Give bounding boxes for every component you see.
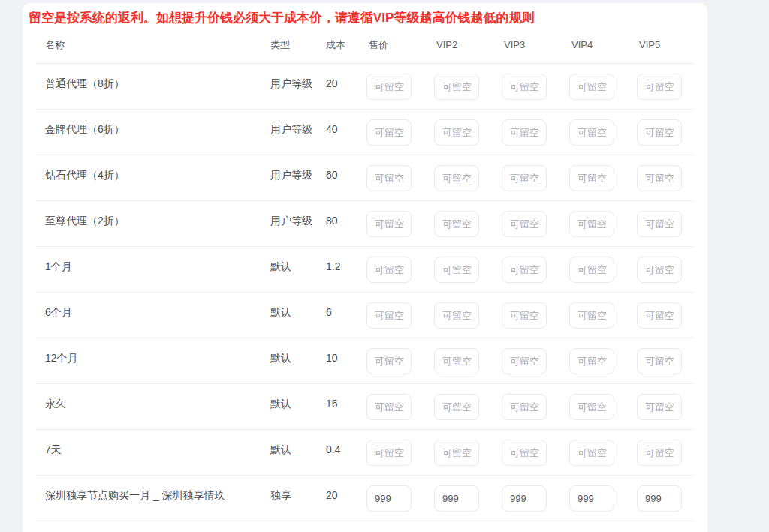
table-row: 普通代理（8折） 用户等级 20 [36,64,694,110]
vip5-price-input[interactable] [637,165,682,191]
vip3-price-input[interactable] [502,257,547,283]
row-cost: 0.4 [326,430,366,457]
column-header-vip2: VIP2 [434,39,502,50]
vip2-price-input[interactable] [434,211,479,237]
price-input[interactable] [366,394,412,420]
vip3-price-input[interactable] [502,74,547,100]
vip3-price-input[interactable] [502,348,547,374]
price-input[interactable] [366,440,412,466]
row-type: 用户等级 [270,155,326,182]
row-type: 独享 [270,476,326,503]
table-row: 6个月 默认 6 [36,293,694,338]
vip4-price-input[interactable] [569,348,614,374]
table-row: 金牌代理（6折） 用户等级 40 [36,110,694,155]
table-row: 永久 默认 16 [36,384,694,430]
vip4-price-input[interactable] [569,211,614,237]
vip5-price-input[interactable] [637,257,682,283]
row-type: 默认 [270,384,326,411]
vip3-price-input[interactable] [502,119,547,146]
vip2-price-input[interactable] [434,302,479,329]
column-header-vip3: VIP3 [502,39,569,50]
row-type: 用户等级 [270,110,326,137]
row-cost: 40 [326,110,366,137]
vip2-price-input[interactable] [434,74,479,100]
vip3-price-input[interactable] [502,394,547,420]
vip3-price-input[interactable] [502,485,547,512]
vip3-price-input[interactable] [502,440,547,466]
vip3-price-input[interactable] [502,302,547,329]
price-input[interactable] [366,211,412,237]
row-name: 永久 [36,384,270,411]
row-cost: 20 [326,476,366,503]
vip5-price-input[interactable] [637,440,682,466]
row-type: 用户等级 [270,64,326,91]
row-type: 默认 [270,293,326,320]
vip2-price-input[interactable] [434,348,479,374]
vip5-price-input[interactable] [637,348,682,374]
vip4-price-input[interactable] [569,257,614,283]
price-input[interactable] [366,485,412,512]
vip4-price-input[interactable] [569,485,614,512]
vip5-price-input[interactable] [637,119,682,146]
vip2-price-input[interactable] [434,440,479,466]
table-row: 至尊代理（2折） 用户等级 80 [36,201,694,247]
table-row: 钻石代理（4折） 用户等级 60 [36,155,694,201]
row-name: 12个月 [36,338,270,365]
vip5-price-input[interactable] [637,211,682,237]
column-header-price: 售价 [366,38,434,52]
row-cost: 80 [326,201,366,228]
table-row: 1个月 默认 1.2 [36,247,694,293]
row-name: 7天 [36,430,270,457]
row-type: 默认 [270,430,326,457]
column-header-type: 类型 [270,38,326,52]
vip4-price-input[interactable] [569,394,614,420]
vip2-price-input[interactable] [434,119,479,146]
price-input[interactable] [366,302,412,329]
row-name: 6个月 [36,293,270,320]
vip3-price-input[interactable] [502,211,547,237]
row-type: 默认 [270,247,326,274]
table-row: 7天 默认 0.4 [36,430,694,476]
vip5-price-input[interactable] [637,394,682,420]
row-name: 1个月 [36,247,270,274]
row-type: 默认 [270,338,326,365]
row-name: 深圳独享节点购买一月 _ 深圳独享情玖 [36,476,270,503]
vip3-price-input[interactable] [502,165,547,191]
vip4-price-input[interactable] [569,440,614,466]
pricing-panel: 留空是按系统的返利。如想提升价钱必须大于成本价，请遵循VIP等级越高价钱越低的规… [23,3,707,532]
vip5-price-input[interactable] [637,74,682,100]
vip2-price-input[interactable] [434,485,479,512]
price-input[interactable] [366,348,412,374]
price-input[interactable] [366,74,412,100]
row-cost: 16 [326,384,366,411]
column-header-name: 名称 [36,38,270,52]
row-cost: 1.2 [326,247,366,274]
row-cost: 10 [326,338,366,365]
vip2-price-input[interactable] [434,165,479,191]
vip4-price-input[interactable] [569,119,614,146]
row-name: 金牌代理（6折） [36,110,270,137]
vip5-price-input[interactable] [637,302,682,329]
vip4-price-input[interactable] [569,165,614,191]
row-type: 用户等级 [270,201,326,228]
price-input[interactable] [366,119,412,146]
price-input[interactable] [366,257,412,283]
price-input[interactable] [366,165,412,191]
notice-text: 留空是按系统的返利。如想提升价钱必须大于成本价，请遵循VIP等级越高价钱越低的规… [23,3,707,26]
row-name: 钻石代理（4折） [36,155,270,182]
column-header-vip4: VIP4 [569,39,637,50]
vip2-price-input[interactable] [434,257,479,283]
column-header-cost: 成本 [326,38,366,52]
row-name: 至尊代理（2折） [36,201,270,228]
table-row: 12个月 默认 10 [36,338,694,384]
row-cost: 20 [326,64,366,91]
pricing-table: 名称 类型 成本 售价 VIP2 VIP3 VIP4 VIP5 普通代理（8折）… [36,26,694,521]
table-row: 深圳独享节点购买一月 _ 深圳独享情玖 独享 20 [36,476,694,521]
row-cost: 6 [326,293,366,320]
vip5-price-input[interactable] [637,485,682,512]
column-header-vip5: VIP5 [637,39,694,50]
vip2-price-input[interactable] [434,394,479,420]
vip4-price-input[interactable] [569,302,614,329]
row-name: 普通代理（8折） [36,64,270,91]
vip4-price-input[interactable] [569,74,614,100]
